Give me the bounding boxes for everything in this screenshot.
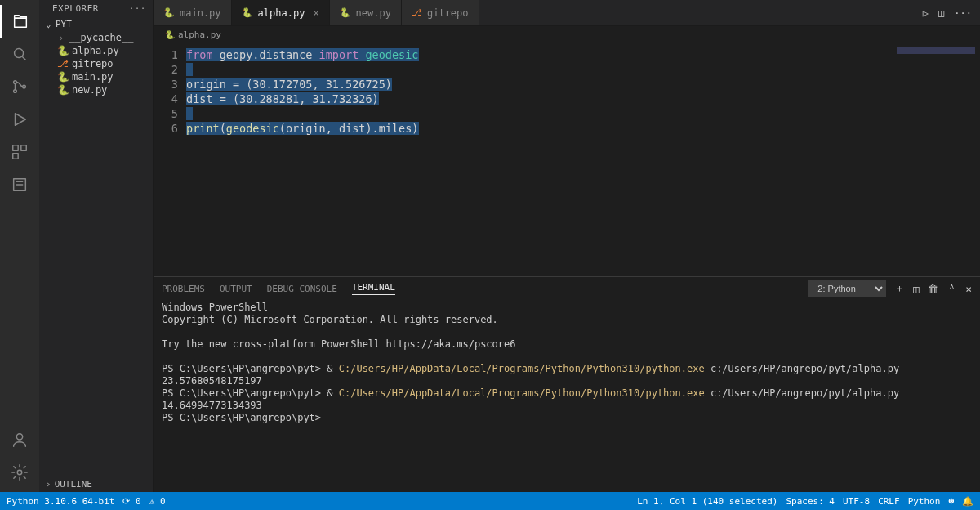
tab-more-icon[interactable]: ··· <box>954 7 972 19</box>
python-file-icon: 🐍 <box>57 71 69 83</box>
tree-item-label: main.py <box>72 71 114 83</box>
run-icon[interactable]: ▷ <box>923 7 929 19</box>
tree-item-main[interactable]: 🐍 main.py <box>42 70 153 83</box>
status-bell-icon[interactable]: 🔔 <box>962 496 973 507</box>
panel-tab-output[interactable]: OUTPUT <box>220 284 252 294</box>
explorer-title: EXPLORER <box>52 3 99 14</box>
extensions-icon[interactable] <box>0 136 39 168</box>
panel-tabs: PROBLEMS OUTPUT DEBUG CONSOLE TERMINAL 2… <box>154 277 980 300</box>
tree-item-label: alpha.py <box>72 45 119 56</box>
python-file-icon: 🐍 <box>242 7 253 18</box>
python-file-icon: 🐍 <box>163 7 175 18</box>
chevron-down-icon: ⌄ <box>46 19 56 29</box>
explorer-more-icon[interactable]: ··· <box>129 3 146 14</box>
status-left: Python 3.10.6 64-bit ⟳ 0 ⚠ 0 <box>7 496 166 507</box>
tab-actions: ▷ ◫ ··· <box>923 7 980 19</box>
panel-tab-problems[interactable]: PROBLEMS <box>162 284 205 294</box>
tree-item-label: new.py <box>72 84 107 96</box>
status-sync[interactable]: ⟳ 0 <box>122 496 140 507</box>
status-cursor[interactable]: Ln 1, Col 1 (140 selected) <box>637 496 777 507</box>
minimap[interactable] <box>897 47 975 54</box>
breadcrumb-file: alpha.py <box>178 29 221 40</box>
svg-point-8 <box>16 434 22 440</box>
explorer-sidebar: EXPLORER ··· ⌄ PYT › __pycache__ 🐍 alpha… <box>39 0 154 492</box>
python-file-icon: 🐍 <box>340 7 351 18</box>
root-folder-label: PYT <box>56 19 72 29</box>
svg-rect-6 <box>13 154 18 159</box>
close-panel-icon[interactable]: × <box>965 283 972 295</box>
tab-label: new.py <box>356 7 391 19</box>
tree-item-gitrepo[interactable]: ⎇ gitrepo <box>42 57 153 70</box>
svg-point-9 <box>17 470 22 475</box>
maximize-panel-icon[interactable]: ＾ <box>947 281 957 296</box>
panel-tab-debug[interactable]: DEBUG CONSOLE <box>267 284 337 294</box>
tab-new[interactable]: 🐍 new.py <box>330 0 402 25</box>
svg-rect-4 <box>13 145 18 150</box>
python-file-icon: 🐍 <box>165 30 175 39</box>
python-file-icon: 🐍 <box>57 84 69 96</box>
explorer-icon[interactable] <box>0 5 39 38</box>
status-right: Ln 1, Col 1 (140 selected) Spaces: 4 UTF… <box>637 496 973 507</box>
tree-item-label: gitrepo <box>72 58 114 69</box>
tree-item-pycache[interactable]: › __pycache__ <box>42 31 153 44</box>
chevron-right-icon: › <box>46 479 51 490</box>
explorer-header: EXPLORER ··· <box>39 0 153 17</box>
settings-gear-icon[interactable] <box>0 456 39 489</box>
status-eol[interactable]: CRLF <box>878 496 900 507</box>
run-debug-icon[interactable] <box>0 103 39 136</box>
accounts-icon[interactable] <box>0 423 39 456</box>
tab-gitrepo[interactable]: ⎇ gitrepo <box>402 0 479 25</box>
status-encoding[interactable]: UTF-8 <box>843 496 870 507</box>
tab-main[interactable]: 🐍 main.py <box>154 0 232 25</box>
tab-label: main.py <box>180 7 221 19</box>
tab-label: alpha.py <box>258 7 305 19</box>
search-icon[interactable] <box>0 38 39 70</box>
code-area[interactable]: from geopy.distance import geodesic orig… <box>186 42 419 276</box>
status-spaces[interactable]: Spaces: 4 <box>786 496 835 507</box>
outline-label: OUTLINE <box>55 479 92 490</box>
tab-label: gitrepo <box>427 7 469 19</box>
status-python-version[interactable]: Python 3.10.6 64-bit <box>7 496 114 507</box>
tree-item-alpha[interactable]: 🐍 alpha.py <box>42 44 153 57</box>
status-feedback-icon[interactable]: ☻ <box>948 496 954 507</box>
split-terminal-icon[interactable]: ◫ <box>913 283 920 295</box>
tree-item-label: __pycache__ <box>69 32 133 43</box>
split-editor-icon[interactable]: ◫ <box>938 7 944 19</box>
editor-group: 🐍 main.py 🐍 alpha.py × 🐍 new.py ⎇ gitrep… <box>154 0 980 492</box>
git-file-icon: ⎇ <box>57 58 69 69</box>
code-editor[interactable]: 1 2 3 4 5 6 from geopy.distance import g… <box>154 42 980 276</box>
file-tree: ⌄ PYT › __pycache__ 🐍 alpha.py ⎇ gitrepo… <box>39 17 153 96</box>
main-area: EXPLORER ··· ⌄ PYT › __pycache__ 🐍 alpha… <box>0 0 980 492</box>
new-terminal-icon[interactable]: ＋ <box>894 281 905 296</box>
git-file-icon: ⎇ <box>412 7 422 18</box>
terminal-selector[interactable]: 2: Python <box>808 280 886 297</box>
chevron-right-icon: › <box>57 34 65 42</box>
source-control-icon[interactable] <box>0 70 39 103</box>
panel-tab-terminal[interactable]: TERMINAL <box>352 282 395 295</box>
close-icon[interactable]: × <box>313 7 318 19</box>
status-bar: Python 3.10.6 64-bit ⟳ 0 ⚠ 0 Ln 1, Col 1… <box>0 492 980 510</box>
python-file-icon: 🐍 <box>57 45 69 56</box>
kill-terminal-icon[interactable]: 🗑 <box>928 283 938 295</box>
editor-terminal-split: 1 2 3 4 5 6 from geopy.distance import g… <box>154 42 980 492</box>
activity-bar <box>0 0 39 492</box>
tree-root[interactable]: ⌄ PYT <box>42 17 153 31</box>
breadcrumb[interactable]: 🐍 alpha.py <box>154 26 980 42</box>
status-language[interactable]: Python <box>908 496 941 507</box>
panel-actions: 2: Python ＋ ◫ 🗑 ＾ × <box>808 280 972 297</box>
tree-item-new[interactable]: 🐍 new.py <box>42 83 153 96</box>
status-problems[interactable]: ⚠ 0 <box>149 496 166 507</box>
outline-section[interactable]: › OUTLINE <box>39 476 153 492</box>
terminal[interactable]: Windows PowerShellCopyright (C) Microsof… <box>154 300 980 492</box>
editor-tabs: 🐍 main.py 🐍 alpha.py × 🐍 new.py ⎇ gitrep… <box>154 0 980 26</box>
svg-rect-5 <box>21 145 26 150</box>
line-gutter: 1 2 3 4 5 6 <box>154 42 186 276</box>
panel: PROBLEMS OUTPUT DEBUG CONSOLE TERMINAL 2… <box>154 276 980 492</box>
tab-alpha[interactable]: 🐍 alpha.py × <box>232 0 330 25</box>
svg-point-0 <box>15 49 24 58</box>
test-icon[interactable] <box>0 168 39 201</box>
